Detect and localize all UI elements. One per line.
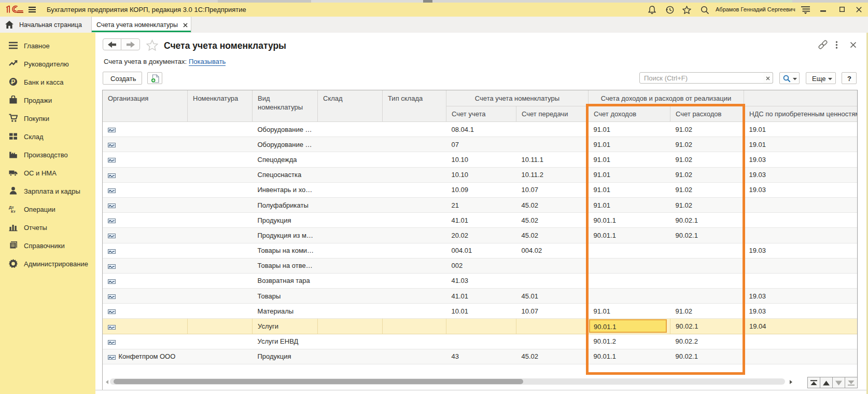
svg-text:Кт: Кт bbox=[11, 209, 16, 213]
svg-text:P: P bbox=[11, 78, 16, 86]
